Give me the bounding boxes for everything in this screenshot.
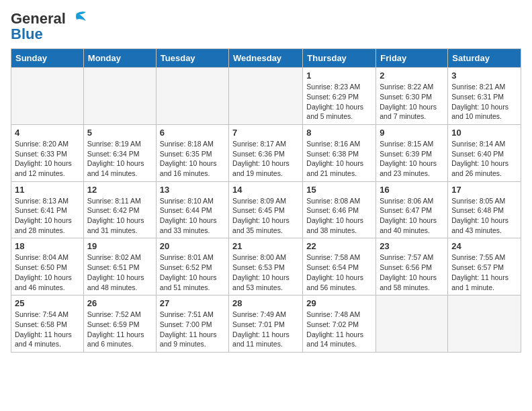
weekday-header-wednesday: Wednesday [229, 49, 303, 68]
day-number: 19 [87, 241, 152, 251]
day-info: Sunrise: 7:58 AM Sunset: 6:54 PM Dayligh… [306, 253, 372, 292]
calendar-cell [156, 68, 228, 125]
calendar-week-row: 1Sunrise: 8:23 AM Sunset: 6:29 PM Daylig… [11, 68, 521, 125]
calendar-cell: 3Sunrise: 8:21 AM Sunset: 6:31 PM Daylig… [448, 68, 521, 125]
calendar-cell: 16Sunrise: 8:06 AM Sunset: 6:47 PM Dayli… [376, 181, 448, 238]
calendar-cell: 22Sunrise: 7:58 AM Sunset: 6:54 PM Dayli… [303, 238, 376, 295]
calendar-cell: 28Sunrise: 7:49 AM Sunset: 7:01 PM Dayli… [229, 295, 303, 353]
day-info: Sunrise: 8:01 AM Sunset: 6:52 PM Dayligh… [160, 253, 225, 292]
day-info: Sunrise: 8:05 AM Sunset: 6:48 PM Dayligh… [451, 196, 517, 236]
calendar-cell: 20Sunrise: 8:01 AM Sunset: 6:52 PM Dayli… [156, 238, 228, 295]
calendar-cell: 2Sunrise: 8:22 AM Sunset: 6:30 PM Daylig… [376, 68, 448, 125]
calendar-cell: 1Sunrise: 8:23 AM Sunset: 6:29 PM Daylig… [303, 68, 376, 125]
day-info: Sunrise: 7:48 AM Sunset: 7:02 PM Dayligh… [306, 310, 372, 349]
calendar-cell: 12Sunrise: 8:11 AM Sunset: 6:42 PM Dayli… [83, 181, 156, 238]
day-number: 13 [160, 185, 225, 195]
calendar-cell: 24Sunrise: 7:55 AM Sunset: 6:57 PM Dayli… [448, 238, 521, 295]
calendar-cell: 18Sunrise: 8:04 AM Sunset: 6:50 PM Dayli… [11, 238, 84, 295]
day-info: Sunrise: 7:51 AM Sunset: 7:00 PM Dayligh… [160, 310, 225, 349]
calendar-cell: 15Sunrise: 8:08 AM Sunset: 6:46 PM Dayli… [303, 181, 376, 238]
day-info: Sunrise: 8:14 AM Sunset: 6:40 PM Dayligh… [451, 139, 517, 179]
day-number: 11 [15, 185, 80, 195]
day-number: 9 [380, 128, 444, 138]
day-number: 25 [15, 298, 80, 308]
day-number: 21 [232, 241, 299, 251]
weekday-header-monday: Monday [83, 49, 156, 68]
day-info: Sunrise: 8:09 AM Sunset: 6:45 PM Dayligh… [232, 196, 299, 236]
weekday-header-tuesday: Tuesday [156, 49, 228, 68]
calendar-cell: 25Sunrise: 7:54 AM Sunset: 6:58 PM Dayli… [11, 295, 84, 353]
day-info: Sunrise: 8:22 AM Sunset: 6:30 PM Dayligh… [380, 82, 444, 122]
calendar-table: SundayMondayTuesdayWednesdayThursdayFrid… [11, 48, 521, 353]
weekday-header-friday: Friday [376, 49, 448, 68]
day-number: 3 [451, 71, 517, 81]
page-header: General Blue [11, 11, 521, 43]
day-number: 7 [232, 128, 299, 138]
calendar-cell: 21Sunrise: 8:00 AM Sunset: 6:53 PM Dayli… [229, 238, 303, 295]
day-info: Sunrise: 8:02 AM Sunset: 6:51 PM Dayligh… [87, 253, 152, 292]
day-number: 2 [380, 71, 444, 81]
day-info: Sunrise: 8:13 AM Sunset: 6:41 PM Dayligh… [15, 196, 80, 236]
day-number: 26 [87, 298, 152, 308]
calendar-cell [83, 68, 156, 125]
day-info: Sunrise: 8:23 AM Sunset: 6:29 PM Dayligh… [306, 82, 372, 122]
day-number: 16 [380, 185, 444, 195]
day-number: 17 [451, 185, 517, 195]
calendar-week-row: 4Sunrise: 8:20 AM Sunset: 6:33 PM Daylig… [11, 124, 521, 181]
calendar-cell: 5Sunrise: 8:19 AM Sunset: 6:34 PM Daylig… [83, 124, 156, 181]
weekday-header-thursday: Thursday [303, 49, 376, 68]
weekday-header-row: SundayMondayTuesdayWednesdayThursdayFrid… [11, 49, 521, 68]
day-number: 14 [232, 185, 299, 195]
day-info: Sunrise: 7:55 AM Sunset: 6:57 PM Dayligh… [451, 253, 517, 292]
day-info: Sunrise: 8:06 AM Sunset: 6:47 PM Dayligh… [380, 196, 444, 236]
calendar-cell [11, 68, 84, 125]
weekday-header-saturday: Saturday [448, 49, 521, 68]
calendar-cell: 6Sunrise: 8:18 AM Sunset: 6:35 PM Daylig… [156, 124, 228, 181]
day-info: Sunrise: 7:54 AM Sunset: 6:58 PM Dayligh… [15, 310, 80, 349]
calendar-cell: 7Sunrise: 8:17 AM Sunset: 6:36 PM Daylig… [229, 124, 303, 181]
day-info: Sunrise: 8:08 AM Sunset: 6:46 PM Dayligh… [306, 196, 372, 236]
day-info: Sunrise: 8:19 AM Sunset: 6:34 PM Dayligh… [87, 139, 152, 179]
day-number: 27 [160, 298, 225, 308]
calendar-cell: 26Sunrise: 7:52 AM Sunset: 6:59 PM Dayli… [83, 295, 156, 353]
logo-bird-icon [67, 10, 87, 25]
calendar-cell: 11Sunrise: 8:13 AM Sunset: 6:41 PM Dayli… [11, 181, 84, 238]
calendar-week-row: 25Sunrise: 7:54 AM Sunset: 6:58 PM Dayli… [11, 295, 521, 353]
day-number: 23 [380, 241, 444, 251]
calendar-week-row: 11Sunrise: 8:13 AM Sunset: 6:41 PM Dayli… [11, 181, 521, 238]
day-number: 10 [451, 128, 517, 138]
calendar-cell: 8Sunrise: 8:16 AM Sunset: 6:38 PM Daylig… [303, 124, 376, 181]
day-info: Sunrise: 8:04 AM Sunset: 6:50 PM Dayligh… [15, 253, 80, 292]
day-info: Sunrise: 8:15 AM Sunset: 6:39 PM Dayligh… [380, 139, 444, 179]
logo-general-text: General [11, 11, 66, 27]
calendar-cell [376, 295, 448, 353]
day-info: Sunrise: 8:21 AM Sunset: 6:31 PM Dayligh… [451, 82, 517, 122]
calendar-cell [448, 295, 521, 353]
day-number: 20 [160, 241, 225, 251]
day-number: 28 [232, 298, 299, 308]
calendar-cell: 27Sunrise: 7:51 AM Sunset: 7:00 PM Dayli… [156, 295, 228, 353]
calendar-cell: 14Sunrise: 8:09 AM Sunset: 6:45 PM Dayli… [229, 181, 303, 238]
day-number: 4 [15, 128, 80, 138]
logo-blue-text: Blue [11, 26, 43, 43]
calendar-cell: 23Sunrise: 7:57 AM Sunset: 6:56 PM Dayli… [376, 238, 448, 295]
day-info: Sunrise: 8:10 AM Sunset: 6:44 PM Dayligh… [160, 196, 225, 236]
day-number: 1 [306, 71, 372, 81]
logo: General Blue [11, 11, 87, 43]
calendar-cell [229, 68, 303, 125]
day-number: 6 [160, 128, 225, 138]
weekday-header-sunday: Sunday [11, 49, 84, 68]
day-info: Sunrise: 8:18 AM Sunset: 6:35 PM Dayligh… [160, 139, 225, 179]
day-number: 29 [306, 298, 372, 308]
day-info: Sunrise: 8:16 AM Sunset: 6:38 PM Dayligh… [306, 139, 372, 179]
day-info: Sunrise: 7:52 AM Sunset: 6:59 PM Dayligh… [87, 310, 152, 349]
day-info: Sunrise: 8:11 AM Sunset: 6:42 PM Dayligh… [87, 196, 152, 236]
calendar-cell: 4Sunrise: 8:20 AM Sunset: 6:33 PM Daylig… [11, 124, 84, 181]
calendar-cell: 29Sunrise: 7:48 AM Sunset: 7:02 PM Dayli… [303, 295, 376, 353]
day-number: 12 [87, 185, 152, 195]
day-number: 22 [306, 241, 372, 251]
day-info: Sunrise: 7:49 AM Sunset: 7:01 PM Dayligh… [232, 310, 299, 349]
calendar-cell: 9Sunrise: 8:15 AM Sunset: 6:39 PM Daylig… [376, 124, 448, 181]
day-number: 5 [87, 128, 152, 138]
calendar-week-row: 18Sunrise: 8:04 AM Sunset: 6:50 PM Dayli… [11, 238, 521, 295]
